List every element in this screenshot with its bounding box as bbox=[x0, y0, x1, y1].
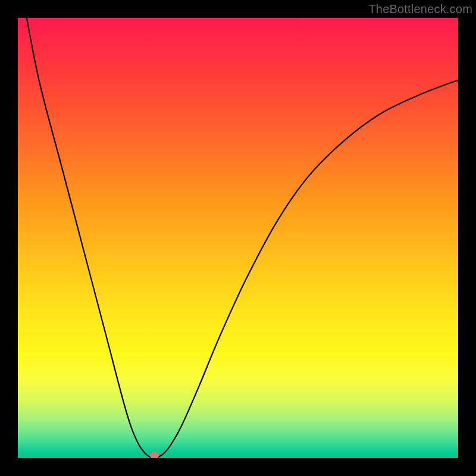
watermark-label: TheBottleneck.com bbox=[368, 2, 472, 16]
chart-svg bbox=[18, 18, 458, 458]
chart-container: TheBottleneck.com bbox=[0, 0, 476, 476]
bottleneck-curve bbox=[27, 18, 458, 458]
plot-area bbox=[18, 18, 458, 458]
minimum-point-dot bbox=[149, 452, 159, 458]
